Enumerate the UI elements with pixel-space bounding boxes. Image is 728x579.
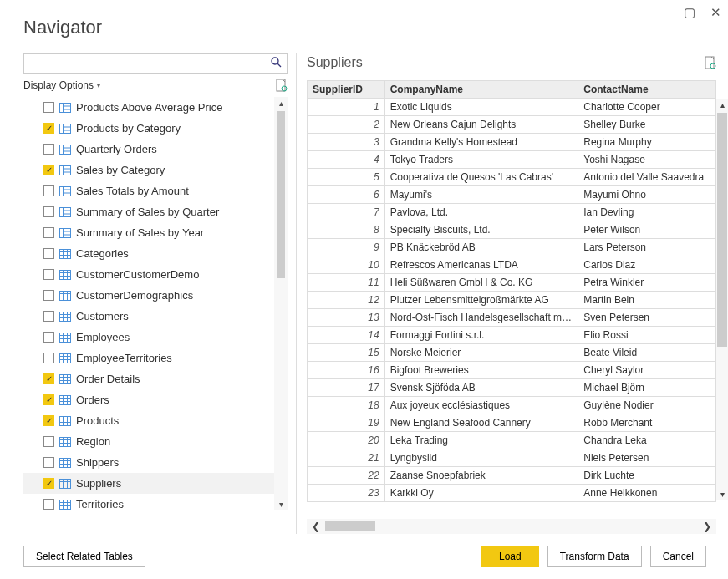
tree-item[interactable]: Region <box>23 431 274 452</box>
tree-item[interactable]: ✓Orders <box>23 389 274 410</box>
scroll-right-arrow[interactable]: ❯ <box>698 521 716 532</box>
tree-item-label: Suppliers <box>76 477 121 490</box>
table-row[interactable]: 20Leka TradingChandra Leka <box>308 432 716 449</box>
checkbox[interactable] <box>43 457 54 468</box>
checkbox[interactable] <box>43 311 54 322</box>
table-row[interactable]: 14Formaggi Fortini s.r.l.Elio Rossi <box>308 327 716 344</box>
scroll-left-arrow[interactable]: ❮ <box>307 521 325 532</box>
scroll-thumb[interactable] <box>325 521 375 531</box>
checkbox[interactable] <box>43 499 54 510</box>
checkbox[interactable] <box>43 227 54 238</box>
table-cell: Pavlova, Ltd. <box>384 204 578 221</box>
column-header[interactable]: ContactName <box>578 81 716 99</box>
table-row[interactable]: 6Mayumi'sMayumi Ohno <box>308 186 716 204</box>
cancel-button[interactable]: Cancel <box>650 546 706 567</box>
tree-item[interactable]: Summary of Sales by Quarter <box>23 201 274 222</box>
tree-item[interactable]: EmployeeTerritories <box>23 348 274 368</box>
tree-item[interactable]: CustomerDemographics <box>23 285 274 306</box>
transform-data-button[interactable]: Transform Data <box>547 546 642 567</box>
table-row[interactable]: 16Bigfoot BreweriesCheryl Saylor <box>308 362 716 379</box>
table-row[interactable]: 2New Orleans Cajun DelightsShelley Burke <box>308 116 716 134</box>
tree-item[interactable]: Categories <box>23 243 274 264</box>
preview-title: Suppliers <box>307 55 363 70</box>
table-row[interactable]: 4Tokyo TradersYoshi Nagase <box>308 151 716 169</box>
refresh-preview-icon[interactable] <box>276 79 288 92</box>
tree-item[interactable]: ✓Sales by Category <box>23 160 274 180</box>
checkbox[interactable] <box>43 144 54 155</box>
scroll-thumb[interactable] <box>277 111 285 278</box>
tree-item[interactable]: Shippers <box>23 452 274 473</box>
column-header[interactable]: SupplierID <box>308 81 385 99</box>
tree-item[interactable]: Summary of Sales by Year <box>23 222 274 243</box>
tree-item[interactable]: Customers <box>23 306 274 327</box>
checkbox[interactable]: ✓ <box>43 394 54 405</box>
maximize-icon[interactable]: ▢ <box>684 5 695 20</box>
close-icon[interactable]: ✕ <box>710 5 721 20</box>
select-related-tables-button[interactable]: Select Related Tables <box>23 546 145 567</box>
load-button[interactable]: Load <box>481 546 539 567</box>
checkbox[interactable]: ✓ <box>43 415 54 426</box>
table-row[interactable]: 10Refrescos Americanas LTDACarlos Diaz <box>308 256 716 274</box>
tree-item[interactable]: ✓Order Details <box>23 368 274 389</box>
checkbox[interactable] <box>43 185 54 196</box>
tree-item-label: Products <box>76 414 119 427</box>
svg-rect-9 <box>64 124 71 133</box>
table-row[interactable]: 11Heli Süßwaren GmbH & Co. KGPetra Winkl… <box>308 274 716 292</box>
checkbox[interactable] <box>43 353 54 363</box>
table-row[interactable]: 21LyngbysildNiels Petersen <box>308 449 716 467</box>
table-row[interactable]: 8Specialty Biscuits, Ltd.Peter Wilson <box>308 221 716 239</box>
table-row[interactable]: 17Svensk Sjöföda ABMichael Björn <box>308 379 716 397</box>
table-vertical-scrollbar[interactable]: ▴ ▾ <box>716 99 728 500</box>
scroll-up-arrow[interactable]: ▴ <box>279 97 283 109</box>
table-horizontal-scrollbar[interactable]: ❮ ❯ <box>307 519 716 534</box>
checkbox[interactable] <box>43 206 54 217</box>
checkbox[interactable] <box>43 248 54 259</box>
tree-item[interactable]: Employees <box>23 327 274 348</box>
table-row[interactable]: 23Karkki OyAnne Heikkonen <box>308 485 716 502</box>
tree-item[interactable]: ✓Suppliers <box>23 473 274 494</box>
tree-vertical-scrollbar[interactable]: ▴ ▾ <box>274 97 288 510</box>
table-row[interactable]: 5Cooperativa de Quesos 'Las Cabras'Anton… <box>308 169 716 186</box>
checkbox[interactable] <box>43 269 54 280</box>
table-row[interactable]: 13Nord-Ost-Fisch Handelsgesellschaft mbH… <box>308 309 716 327</box>
table-row[interactable]: 9PB Knäckebröd ABLars Peterson <box>308 239 716 256</box>
checkbox[interactable]: ✓ <box>43 165 54 175</box>
table-row[interactable]: 15Norske MeierierBeate Vileid <box>308 344 716 362</box>
checkbox[interactable] <box>43 290 54 301</box>
checkbox[interactable] <box>43 102 54 113</box>
tree-item-label: Quarterly Orders <box>76 143 157 155</box>
checkbox[interactable] <box>43 436 54 447</box>
table-cell: 15 <box>308 344 385 362</box>
display-options-dropdown[interactable]: Display Options ▾ <box>23 79 100 91</box>
tree-item[interactable]: ✓Products by Category <box>23 118 274 139</box>
scroll-up-arrow[interactable]: ▴ <box>720 99 725 111</box>
checkbox[interactable]: ✓ <box>43 123 54 134</box>
checkbox[interactable]: ✓ <box>43 373 54 384</box>
tree-item[interactable]: Sales Totals by Amount <box>23 180 274 201</box>
search-input-container[interactable] <box>23 53 288 74</box>
tree-item[interactable]: ✓Products <box>23 410 274 431</box>
preview-refresh-icon[interactable] <box>705 56 716 69</box>
tree-item[interactable]: CustomerCustomerDemo <box>23 264 274 285</box>
table-row[interactable]: 22Zaanse SnoepfabriekDirk Luchte <box>308 467 716 485</box>
search-icon[interactable] <box>271 57 282 70</box>
tree-item-label: CustomerCustomerDemo <box>76 268 199 281</box>
tree-item[interactable]: Products Above Average Price <box>23 97 274 118</box>
checkbox[interactable] <box>43 332 54 343</box>
table-icon <box>59 437 71 447</box>
tree-item[interactable]: Quarterly Orders <box>23 139 274 160</box>
table-row[interactable]: 3Grandma Kelly's HomesteadRegina Murphy <box>308 134 716 151</box>
table-row[interactable]: 18Aux joyeux ecclésiastiquesGuylène Nodi… <box>308 397 716 414</box>
table-row[interactable]: 12Plutzer Lebensmittelgroßmärkte AGMarti… <box>308 292 716 309</box>
search-input[interactable] <box>29 58 271 70</box>
table-cell: Formaggi Fortini s.r.l. <box>384 327 578 344</box>
scroll-down-arrow[interactable]: ▾ <box>720 488 725 500</box>
table-row[interactable]: 19New England Seafood CanneryRobb Mercha… <box>308 414 716 432</box>
scroll-thumb[interactable] <box>717 113 727 347</box>
scroll-down-arrow[interactable]: ▾ <box>279 498 283 510</box>
column-header[interactable]: CompanyName <box>384 81 578 99</box>
table-row[interactable]: 7Pavlova, Ltd.Ian Devling <box>308 204 716 221</box>
checkbox[interactable]: ✓ <box>43 478 54 489</box>
table-row[interactable]: 1Exotic LiquidsCharlotte Cooper <box>308 99 716 116</box>
tree-item[interactable]: Territories <box>23 494 274 510</box>
